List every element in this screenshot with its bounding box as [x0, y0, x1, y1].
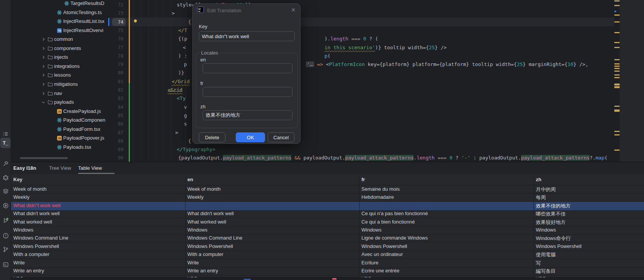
- stripe-mark-warning[interactable]: [614, 32, 620, 33]
- tree-item-nav[interactable]: nav: [11, 89, 108, 98]
- locale-fr-input[interactable]: [203, 87, 292, 97]
- line-number[interactable]: 80: [109, 69, 123, 77]
- intention-lightbulb-icon[interactable]: [133, 19, 138, 25]
- table-cell[interactable]: Avec un ordinateur: [359, 251, 534, 257]
- tree-item-injects[interactable]: injects: [11, 53, 108, 62]
- stripe-mark-warning[interactable]: [614, 21, 620, 23]
- table-row[interactable]: WeeklyWeeklyHebdomadaire每周: [11, 193, 644, 202]
- tree-scrollbar-thumb[interactable]: [20, 157, 68, 159]
- line-number[interactable]: 88: [109, 137, 123, 145]
- table-cell[interactable]: Week of month: [11, 186, 185, 192]
- table-row[interactable]: WriteWriteEcriture写: [11, 259, 644, 267]
- stripe-mark-warning[interactable]: [614, 84, 620, 85]
- table-row[interactable]: Windows Command LineWindows Command Line…: [11, 234, 644, 243]
- stripe-mark-warning[interactable]: [614, 42, 620, 43]
- stripe-mark-warning[interactable]: [614, 150, 620, 151]
- table-cell[interactable]: What didn't work well: [11, 211, 185, 216]
- table-row[interactable]: What didn't work wellWhat didn't work we…: [11, 210, 644, 218]
- table-cell[interactable]: Windows Powershell: [534, 243, 644, 249]
- table-cell[interactable]: Windows Command Line: [185, 235, 359, 241]
- build-icon[interactable]: [0, 158, 11, 169]
- chevron-right-icon[interactable]: [41, 64, 46, 70]
- line-number[interactable]: 90: [109, 154, 123, 162]
- project-tree-panel[interactable]: TargetResultsDAtomicTestings.tsInjectRes…: [11, 0, 108, 162]
- table-row[interactable]: WindowsWindowsWindowsWindows: [11, 226, 644, 235]
- stripe-mark-warning[interactable]: [614, 77, 620, 78]
- code-line-76[interactable]: ).length === 0 ? (: [324, 35, 378, 43]
- translation-table-header[interactable]: Keyenfrzh: [11, 174, 644, 185]
- tree-item-payloads-tsx[interactable]: Payloads.tsx: [11, 143, 108, 152]
- terminal-icon[interactable]: [0, 259, 11, 270]
- line-number[interactable]: 85: [109, 111, 123, 120]
- code-editor[interactable]: 72737475767778798081828384858687888990 s…: [108, 0, 644, 162]
- tree-item-payloadform-tsx[interactable]: PayloadForm.tsx: [11, 125, 108, 134]
- stripe-mark-warning[interactable]: [614, 0, 620, 2]
- code-line-77[interactable]: <: [183, 43, 186, 52]
- code-line-86[interactable]: s: [184, 120, 187, 128]
- tree-item-common[interactable]: common: [11, 35, 108, 44]
- stripe-mark-warning[interactable]: [614, 86, 620, 88]
- stripe-mark-warning[interactable]: [614, 131, 620, 132]
- tree-item-components[interactable]: components: [11, 44, 108, 53]
- table-cell[interactable]: With a computer: [11, 251, 185, 257]
- code-line-83[interactable]: <Ty: [177, 94, 185, 103]
- code-line-89[interactable]: </Typography>: [177, 145, 216, 154]
- version-control-icon[interactable]: [0, 244, 11, 254]
- code-line-82[interactable]: <Grid: [168, 86, 182, 94]
- line-number[interactable]: 78: [109, 52, 123, 60]
- table-cell[interactable]: Weekly: [185, 194, 359, 200]
- table-cell[interactable]: 編写条目: [534, 268, 644, 275]
- table-cell[interactable]: 月中的周: [534, 186, 644, 193]
- dialog-titlebar[interactable]: IJ Edit Translation ✕: [193, 4, 300, 17]
- stripe-mark-warning[interactable]: [614, 63, 620, 64]
- code-line-77[interactable]: in this scenario')} tooltip width={25} /…: [324, 43, 447, 52]
- services-icon[interactable]: [0, 200, 11, 211]
- change-bar-modified[interactable]: [129, 0, 130, 83]
- code-line-84[interactable]: v: [184, 103, 187, 111]
- tree-item-integrations[interactable]: integrations: [11, 62, 108, 71]
- code-line-78[interactable]: p(: [324, 52, 331, 60]
- line-number[interactable]: 83: [109, 94, 123, 103]
- tree-item-payloads[interactable]: payloads: [11, 98, 108, 107]
- table-cell[interactable]: Ecrire une entrée: [359, 268, 534, 274]
- line-number[interactable]: 73: [109, 9, 123, 18]
- table-cell[interactable]: Ecriture: [359, 260, 534, 266]
- table-cell[interactable]: What didn"t work well: [11, 203, 185, 208]
- table-cell[interactable]: Windows: [534, 227, 644, 233]
- table-cell[interactable]: Write: [185, 260, 359, 266]
- line-number[interactable]: 75: [109, 26, 123, 35]
- translation-icon[interactable]: T_: [0, 138, 11, 148]
- chevron-right-icon[interactable]: [41, 82, 46, 88]
- table-cell[interactable]: What worked well: [185, 219, 359, 225]
- stripe-mark-info[interactable]: [614, 11, 616, 12]
- table-cell[interactable]: Windows: [359, 227, 534, 233]
- table-cell[interactable]: Week of month: [185, 186, 359, 192]
- line-number[interactable]: 74: [109, 18, 123, 26]
- code-line-80[interactable]: )}: [178, 69, 184, 77]
- chevron-right-icon[interactable]: [41, 73, 46, 79]
- code-line-79[interactable]: '… => <PlatformIcon key={platform} platf…: [306, 60, 588, 69]
- stripe-mark-warning[interactable]: [614, 66, 620, 67]
- line-number[interactable]: 87: [109, 129, 123, 137]
- stripe-mark-warning[interactable]: [614, 74, 620, 76]
- column-header-fr[interactable]: fr: [359, 177, 534, 182]
- delete-button[interactable]: Delete: [199, 132, 225, 142]
- code-line-76[interactable]: {(p: [178, 35, 187, 43]
- layers-icon[interactable]: [0, 186, 11, 196]
- run-icon[interactable]: [0, 215, 11, 225]
- line-number[interactable]: 79: [109, 60, 123, 69]
- table-cell[interactable]: 效果较好地方: [534, 219, 644, 226]
- table-cell[interactable]: 每周: [534, 194, 644, 201]
- table-cell[interactable]: Hebdomadaire: [359, 194, 534, 200]
- tree-item-lessons[interactable]: lessons: [11, 71, 108, 80]
- tree-item-mitigations[interactable]: mitigations: [11, 80, 108, 89]
- column-header-zh[interactable]: zh: [534, 177, 644, 182]
- table-cell[interactable]: 使用電腦: [534, 251, 644, 258]
- code-line-81[interactable]: </Grid: [172, 77, 190, 86]
- line-number[interactable]: 76: [109, 35, 123, 43]
- table-cell[interactable]: With a computer: [185, 251, 359, 257]
- column-header-en[interactable]: en: [185, 177, 359, 182]
- stripe-mark-warning[interactable]: [614, 134, 620, 135]
- chevron-right-icon[interactable]: [41, 37, 46, 43]
- line-number[interactable]: 86: [109, 120, 123, 128]
